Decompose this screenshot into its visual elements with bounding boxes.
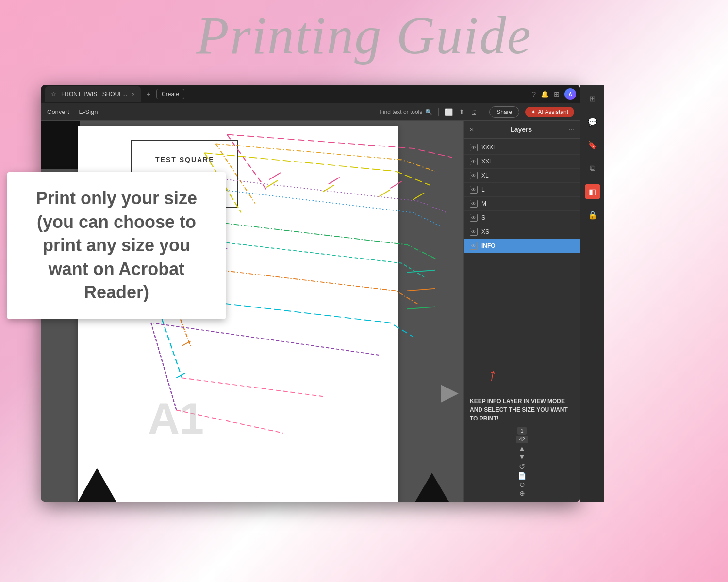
zoom-in-icon[interactable]: ⊕ [519,489,525,497]
separator-2 [483,108,483,116]
panel-header: × Layers ··· [464,121,580,139]
create-button[interactable]: Create [156,89,184,99]
menu-esign[interactable]: E-Sign [79,108,98,115]
layer-name-label: L [481,186,485,193]
layer-item-xl[interactable]: 👁XL [464,169,580,183]
sidebar-icon-lock[interactable]: 🔒 [585,207,600,223]
tab-label: FRONT TWIST SHOUL... [61,91,127,97]
layers-list: 👁XXXL👁XXL👁XL👁L👁M👁S👁XS👁INFO [464,139,580,379]
avatar[interactable]: A [564,88,576,100]
toolbar-icon-2[interactable]: ⬆ [459,108,464,116]
search-icon[interactable]: 🔍 [425,109,432,115]
layer-eye-icon: 👁 [470,158,478,165]
new-tab-button[interactable]: + [143,88,154,100]
svg-line-0 [266,180,278,187]
layer-eye-icon: 👁 [470,214,478,222]
text-overlay-box: Print only your size (you can choose to … [7,172,226,319]
search-box[interactable]: Find text or tools 🔍 [380,109,433,115]
sidebar-icon-layout[interactable]: ⊞ [585,91,600,106]
sidebar-icon-layers[interactable]: ◧ [585,184,600,199]
svg-line-7 [407,270,435,273]
layer-eye-icon: 👁 [470,172,478,179]
menu-bar-right: Find text or tools 🔍 ⬜ ⬆ 🖨 Share ✦ AI As… [380,106,574,118]
zoom-out-icon[interactable]: ⊖ [519,481,525,488]
layer-name-label: XS [481,228,489,235]
share-button[interactable]: Share [489,106,519,118]
ai-icon: ✦ [531,109,536,115]
svg-line-6 [390,181,401,188]
panel-title: Layers [510,126,532,133]
current-page: 1 [517,427,526,435]
layer-name-label: M [481,200,486,207]
layer-eye-icon: 👁 [470,200,478,208]
separator-1 [438,108,439,116]
menu-bar: Convert E-Sign Find text or tools 🔍 ⬜ ⬆ … [41,103,580,121]
bell-icon[interactable]: 🔔 [541,90,549,98]
layer-name-label: XXL [481,158,493,165]
layer-name-label: S [481,214,485,221]
svg-line-2 [379,190,390,196]
layer-eye-icon: 👁 [470,144,478,151]
grid-icon[interactable]: ⊞ [554,90,560,98]
layer-eye-icon: 👁 [470,186,478,194]
svg-line-3 [413,193,424,200]
tab-bar: ☆ FRONT TWIST SHOUL... × + Create ? 🔔 ⊞ … [41,85,580,103]
prev-page-icon[interactable]: ▲ [519,444,526,452]
layer-item-info[interactable]: 👁INFO [464,239,580,253]
sidebar-icon-bookmark[interactable]: 🔖 [585,137,600,153]
layer-name-label: INFO [481,242,496,249]
layer-name-label: XL [481,172,489,179]
layer-name-label: XXXL [481,144,496,151]
layer-eye-icon: 👁 [470,242,478,250]
layer-item-xxl[interactable]: 👁XXL [464,155,580,169]
search-label: Find text or tools [380,109,423,115]
ai-assistant-button[interactable]: ✦ AI Assistant [525,107,574,117]
sidebar-icon-copy[interactable]: ⧉ [585,161,600,176]
page-numbers: 1 42 ▲ ▼ ↺ 📄 ⊖ ⊕ [464,427,580,502]
svg-line-8 [407,289,435,291]
bottom-triangle-right [415,473,449,502]
panel-more-icon[interactable]: ··· [568,126,574,133]
svg-line-13 [176,373,184,378]
svg-line-1 [323,185,334,192]
active-tab[interactable]: ☆ FRONT TWIST SHOUL... × [45,86,141,102]
svg-line-4 [269,173,281,179]
tab-close-icon[interactable]: × [132,92,135,97]
page-title: Printing Guide [0,5,728,66]
layer-item-s[interactable]: 👁S [464,211,580,225]
annotation-text: KEEP INFO LAYER IN VIEW MODE AND SELECT … [470,397,574,423]
menu-convert[interactable]: Convert [47,108,69,115]
toolbar-icon-3[interactable]: 🖨 [470,108,477,116]
bottom-triangle-left [78,468,116,502]
layer-item-xxxl[interactable]: 👁XXXL [464,141,580,155]
layers-panel: × Layers ··· 👁XXXL👁XXL👁XL👁L👁M👁S👁XS👁INFO … [463,121,580,502]
layer-item-l[interactable]: 👁L [464,183,580,197]
right-sidebar: ⊞ 💬 🔖 ⧉ ◧ 🔒 [580,85,604,502]
next-page-icon[interactable]: ▼ [519,453,526,461]
layer-item-xs[interactable]: 👁XS [464,225,580,239]
svg-line-5 [329,177,340,184]
panel-close-icon[interactable]: × [470,126,474,133]
sidebar-icon-comment[interactable]: 💬 [585,114,600,129]
refresh-icon[interactable]: ↺ [519,462,525,471]
tab-favicon-icon: ☆ [51,91,56,97]
gray-arrow-icon: ▶ [441,378,459,405]
help-icon[interactable]: ? [532,90,536,98]
toolbar-icon-1[interactable]: ⬜ [445,108,453,116]
svg-line-9 [407,307,435,309]
a1-watermark: A1 [148,394,204,444]
total-pages: 42 [516,436,528,443]
layer-eye-icon: 👁 [470,228,478,236]
layer-annotation: ↑ KEEP INFO LAYER IN VIEW MODE AND SELEC… [464,379,580,427]
page-icon[interactable]: 📄 [518,472,526,480]
text-overlay-main: Print only your size (you can choose to … [24,187,209,305]
tab-bar-right: ? 🔔 ⊞ A [532,88,576,100]
layer-item-m[interactable]: 👁M [464,197,580,211]
